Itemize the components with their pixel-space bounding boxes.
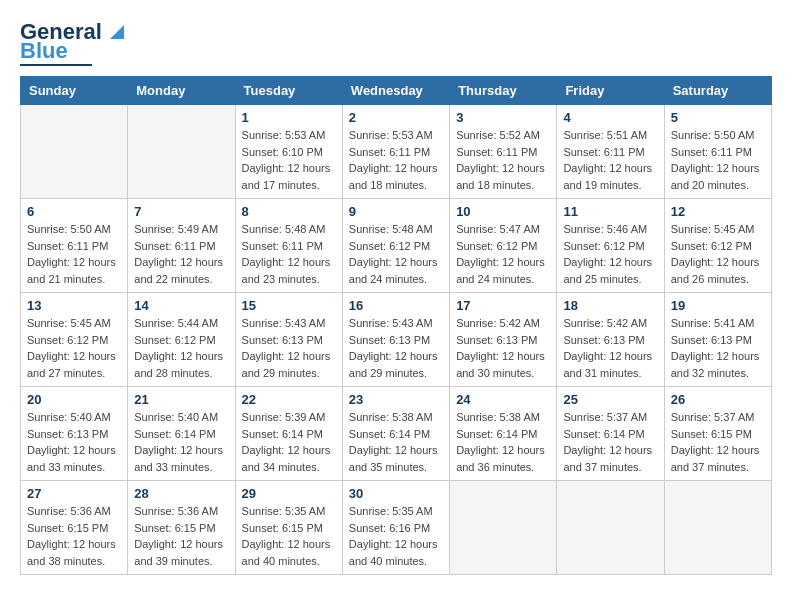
- day-number: 26: [671, 392, 765, 407]
- calendar-cell: 26Sunrise: 5:37 AM Sunset: 6:15 PM Dayli…: [664, 387, 771, 481]
- calendar-cell: 6Sunrise: 5:50 AM Sunset: 6:11 PM Daylig…: [21, 199, 128, 293]
- day-detail: Sunrise: 5:43 AM Sunset: 6:13 PM Dayligh…: [349, 315, 443, 381]
- weekday-header-tuesday: Tuesday: [235, 77, 342, 105]
- day-detail: Sunrise: 5:35 AM Sunset: 6:16 PM Dayligh…: [349, 503, 443, 569]
- day-number: 13: [27, 298, 121, 313]
- day-number: 8: [242, 204, 336, 219]
- day-number: 12: [671, 204, 765, 219]
- calendar-cell: 2Sunrise: 5:53 AM Sunset: 6:11 PM Daylig…: [342, 105, 449, 199]
- calendar-cell: 29Sunrise: 5:35 AM Sunset: 6:15 PM Dayli…: [235, 481, 342, 575]
- calendar-cell: 17Sunrise: 5:42 AM Sunset: 6:13 PM Dayli…: [450, 293, 557, 387]
- weekday-header-wednesday: Wednesday: [342, 77, 449, 105]
- day-number: 27: [27, 486, 121, 501]
- calendar-cell: 25Sunrise: 5:37 AM Sunset: 6:14 PM Dayli…: [557, 387, 664, 481]
- day-detail: Sunrise: 5:38 AM Sunset: 6:14 PM Dayligh…: [349, 409, 443, 475]
- calendar-header: SundayMondayTuesdayWednesdayThursdayFrid…: [21, 77, 772, 105]
- week-row-2: 6Sunrise: 5:50 AM Sunset: 6:11 PM Daylig…: [21, 199, 772, 293]
- day-detail: Sunrise: 5:45 AM Sunset: 6:12 PM Dayligh…: [671, 221, 765, 287]
- day-detail: Sunrise: 5:51 AM Sunset: 6:11 PM Dayligh…: [563, 127, 657, 193]
- calendar-cell: [664, 481, 771, 575]
- day-detail: Sunrise: 5:48 AM Sunset: 6:11 PM Dayligh…: [242, 221, 336, 287]
- logo: General Blue: [20, 20, 128, 66]
- day-detail: Sunrise: 5:49 AM Sunset: 6:11 PM Dayligh…: [134, 221, 228, 287]
- calendar-cell: 28Sunrise: 5:36 AM Sunset: 6:15 PM Dayli…: [128, 481, 235, 575]
- day-number: 23: [349, 392, 443, 407]
- week-row-4: 20Sunrise: 5:40 AM Sunset: 6:13 PM Dayli…: [21, 387, 772, 481]
- day-number: 4: [563, 110, 657, 125]
- calendar-cell: 1Sunrise: 5:53 AM Sunset: 6:10 PM Daylig…: [235, 105, 342, 199]
- svg-marker-0: [110, 25, 124, 39]
- day-detail: Sunrise: 5:40 AM Sunset: 6:14 PM Dayligh…: [134, 409, 228, 475]
- calendar-cell: [21, 105, 128, 199]
- page-header: General Blue: [20, 20, 772, 66]
- day-number: 14: [134, 298, 228, 313]
- calendar-cell: 23Sunrise: 5:38 AM Sunset: 6:14 PM Dayli…: [342, 387, 449, 481]
- calendar-cell: 11Sunrise: 5:46 AM Sunset: 6:12 PM Dayli…: [557, 199, 664, 293]
- logo-triangle-icon: [106, 21, 128, 43]
- day-detail: Sunrise: 5:44 AM Sunset: 6:12 PM Dayligh…: [134, 315, 228, 381]
- day-detail: Sunrise: 5:45 AM Sunset: 6:12 PM Dayligh…: [27, 315, 121, 381]
- calendar-cell: [128, 105, 235, 199]
- day-detail: Sunrise: 5:52 AM Sunset: 6:11 PM Dayligh…: [456, 127, 550, 193]
- week-row-1: 1Sunrise: 5:53 AM Sunset: 6:10 PM Daylig…: [21, 105, 772, 199]
- calendar-cell: 10Sunrise: 5:47 AM Sunset: 6:12 PM Dayli…: [450, 199, 557, 293]
- weekday-header-saturday: Saturday: [664, 77, 771, 105]
- logo-underline: [20, 64, 92, 66]
- weekday-header-thursday: Thursday: [450, 77, 557, 105]
- day-detail: Sunrise: 5:40 AM Sunset: 6:13 PM Dayligh…: [27, 409, 121, 475]
- week-row-5: 27Sunrise: 5:36 AM Sunset: 6:15 PM Dayli…: [21, 481, 772, 575]
- calendar-cell: 16Sunrise: 5:43 AM Sunset: 6:13 PM Dayli…: [342, 293, 449, 387]
- calendar-cell: 3Sunrise: 5:52 AM Sunset: 6:11 PM Daylig…: [450, 105, 557, 199]
- day-number: 29: [242, 486, 336, 501]
- day-number: 10: [456, 204, 550, 219]
- logo-bottom: Blue: [20, 40, 68, 62]
- week-row-3: 13Sunrise: 5:45 AM Sunset: 6:12 PM Dayli…: [21, 293, 772, 387]
- day-detail: Sunrise: 5:38 AM Sunset: 6:14 PM Dayligh…: [456, 409, 550, 475]
- calendar-cell: [450, 481, 557, 575]
- day-number: 21: [134, 392, 228, 407]
- calendar-cell: 20Sunrise: 5:40 AM Sunset: 6:13 PM Dayli…: [21, 387, 128, 481]
- calendar-cell: [557, 481, 664, 575]
- day-number: 1: [242, 110, 336, 125]
- calendar-cell: 30Sunrise: 5:35 AM Sunset: 6:16 PM Dayli…: [342, 481, 449, 575]
- weekday-header-row: SundayMondayTuesdayWednesdayThursdayFrid…: [21, 77, 772, 105]
- day-number: 5: [671, 110, 765, 125]
- calendar-cell: 24Sunrise: 5:38 AM Sunset: 6:14 PM Dayli…: [450, 387, 557, 481]
- day-detail: Sunrise: 5:42 AM Sunset: 6:13 PM Dayligh…: [563, 315, 657, 381]
- day-detail: Sunrise: 5:37 AM Sunset: 6:15 PM Dayligh…: [671, 409, 765, 475]
- calendar-cell: 12Sunrise: 5:45 AM Sunset: 6:12 PM Dayli…: [664, 199, 771, 293]
- day-number: 19: [671, 298, 765, 313]
- day-detail: Sunrise: 5:53 AM Sunset: 6:11 PM Dayligh…: [349, 127, 443, 193]
- calendar-cell: 5Sunrise: 5:50 AM Sunset: 6:11 PM Daylig…: [664, 105, 771, 199]
- day-number: 3: [456, 110, 550, 125]
- calendar-cell: 21Sunrise: 5:40 AM Sunset: 6:14 PM Dayli…: [128, 387, 235, 481]
- day-detail: Sunrise: 5:37 AM Sunset: 6:14 PM Dayligh…: [563, 409, 657, 475]
- calendar-cell: 15Sunrise: 5:43 AM Sunset: 6:13 PM Dayli…: [235, 293, 342, 387]
- calendar-cell: 4Sunrise: 5:51 AM Sunset: 6:11 PM Daylig…: [557, 105, 664, 199]
- day-number: 18: [563, 298, 657, 313]
- day-detail: Sunrise: 5:47 AM Sunset: 6:12 PM Dayligh…: [456, 221, 550, 287]
- calendar-body: 1Sunrise: 5:53 AM Sunset: 6:10 PM Daylig…: [21, 105, 772, 575]
- day-number: 7: [134, 204, 228, 219]
- day-number: 17: [456, 298, 550, 313]
- day-number: 15: [242, 298, 336, 313]
- calendar-cell: 13Sunrise: 5:45 AM Sunset: 6:12 PM Dayli…: [21, 293, 128, 387]
- day-number: 6: [27, 204, 121, 219]
- logo-blue-text: Blue: [20, 40, 68, 62]
- day-detail: Sunrise: 5:36 AM Sunset: 6:15 PM Dayligh…: [134, 503, 228, 569]
- day-detail: Sunrise: 5:48 AM Sunset: 6:12 PM Dayligh…: [349, 221, 443, 287]
- day-number: 25: [563, 392, 657, 407]
- calendar-cell: 19Sunrise: 5:41 AM Sunset: 6:13 PM Dayli…: [664, 293, 771, 387]
- day-number: 22: [242, 392, 336, 407]
- weekday-header-friday: Friday: [557, 77, 664, 105]
- calendar-cell: 9Sunrise: 5:48 AM Sunset: 6:12 PM Daylig…: [342, 199, 449, 293]
- calendar-cell: 27Sunrise: 5:36 AM Sunset: 6:15 PM Dayli…: [21, 481, 128, 575]
- day-detail: Sunrise: 5:39 AM Sunset: 6:14 PM Dayligh…: [242, 409, 336, 475]
- day-number: 2: [349, 110, 443, 125]
- weekday-header-monday: Monday: [128, 77, 235, 105]
- day-detail: Sunrise: 5:41 AM Sunset: 6:13 PM Dayligh…: [671, 315, 765, 381]
- day-detail: Sunrise: 5:36 AM Sunset: 6:15 PM Dayligh…: [27, 503, 121, 569]
- weekday-header-sunday: Sunday: [21, 77, 128, 105]
- calendar-cell: 22Sunrise: 5:39 AM Sunset: 6:14 PM Dayli…: [235, 387, 342, 481]
- day-number: 16: [349, 298, 443, 313]
